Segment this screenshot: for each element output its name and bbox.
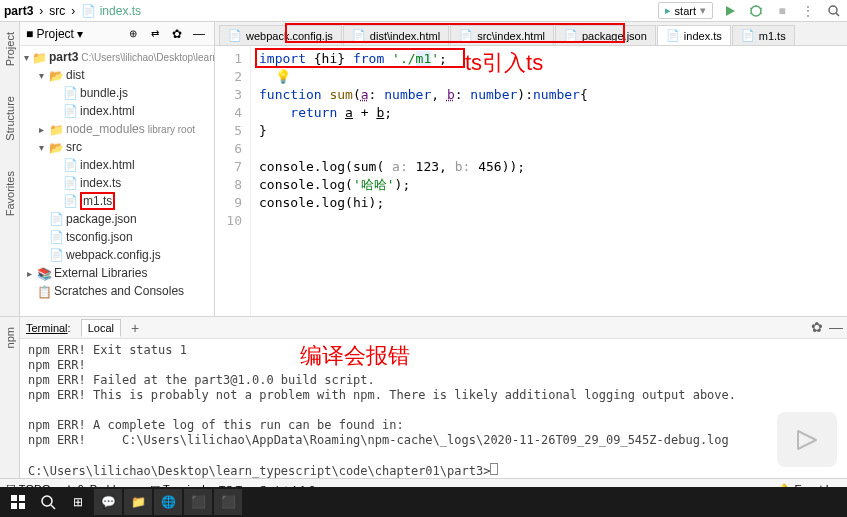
svg-rect-5 <box>19 503 25 509</box>
project-tree[interactable]: ▾📁part3 C:\Users\lilichao\Desktop\learn_… <box>20 46 214 302</box>
editor-tabs: 📄webpack.config.js 📄dist\index.html 📄src… <box>215 22 847 46</box>
run-icon[interactable] <box>721 2 739 20</box>
search-icon[interactable] <box>825 2 843 20</box>
selected-file: m1.ts <box>80 192 115 210</box>
structure-toolwindow-tab[interactable]: Structure <box>4 96 16 141</box>
editor-tab[interactable]: 📄dist\index.html <box>343 25 449 45</box>
app-icon[interactable]: ⬛ <box>214 489 242 515</box>
svg-point-0 <box>751 6 761 16</box>
project-dropdown[interactable]: ■ Project ▾ <box>26 27 83 41</box>
windows-start-icon[interactable] <box>4 489 32 515</box>
svg-rect-3 <box>19 495 25 501</box>
app-icon[interactable]: 📁 <box>124 489 152 515</box>
editor-tab[interactable]: 📄package.json <box>555 25 656 45</box>
breadcrumb-part[interactable]: part3 <box>4 4 33 18</box>
favorites-toolwindow-tab[interactable]: Favorites <box>4 171 16 216</box>
editor-tab[interactable]: 📄webpack.config.js <box>219 25 342 45</box>
editor-panel: 📄webpack.config.js 📄dist\index.html 📄src… <box>215 22 847 316</box>
more-icon[interactable]: ⋮ <box>799 2 817 20</box>
svg-point-1 <box>829 6 837 14</box>
svg-rect-4 <box>11 503 17 509</box>
breadcrumb-file[interactable]: 📄 index.ts <box>81 4 141 18</box>
svg-point-6 <box>42 496 52 506</box>
project-toolwindow-tab[interactable]: Project <box>4 32 16 66</box>
search-icon[interactable] <box>34 489 62 515</box>
terminal-tab-local[interactable]: Local <box>81 319 121 337</box>
terminal-panel: npm Terminal: Local + ✿ — 编译会报错 npm ERR!… <box>0 316 847 478</box>
expand-icon[interactable]: ⇄ <box>146 25 164 43</box>
chevron-right-icon: › <box>71 4 75 18</box>
debug-icon[interactable] <box>747 2 765 20</box>
hide-icon[interactable]: — <box>190 25 208 43</box>
terminal-output[interactable]: npm ERR! Exit status 1 npm ERR! npm ERR!… <box>20 339 847 478</box>
gear-icon[interactable]: ✿ <box>168 25 186 43</box>
app-icon[interactable]: 🌐 <box>154 489 182 515</box>
chevron-right-icon: › <box>39 4 43 18</box>
code-content[interactable]: import {hi} from './m1'; 💡 function sum(… <box>251 46 588 316</box>
gutter: 12345678910 <box>215 46 251 316</box>
breadcrumb-bar: part3 › src › 📄 index.ts ▸start▾ ■ ⋮ <box>0 0 847 22</box>
project-panel: ■ Project ▾ ⊕ ⇄ ✿ — ▾📁part3 C:\Users\lil… <box>20 22 215 316</box>
editor-tab[interactable]: 📄m1.ts <box>732 25 795 45</box>
stop-icon[interactable]: ■ <box>773 2 791 20</box>
code-editor[interactable]: ts引入ts 12345678910 import {hi} from './m… <box>215 46 847 316</box>
play-icon <box>792 427 822 453</box>
app-icon[interactable]: 💬 <box>94 489 122 515</box>
svg-rect-2 <box>11 495 17 501</box>
left-toolwindow-tabs: Project Structure Favorites <box>0 22 20 316</box>
npm-toolwindow-tab[interactable]: npm <box>4 327 16 348</box>
editor-tab[interactable]: 📄src\index.html <box>450 25 554 45</box>
gear-icon[interactable]: ✿ <box>811 319 823 335</box>
run-config-dropdown[interactable]: ▸start▾ <box>658 2 713 19</box>
collapse-icon[interactable]: ⊕ <box>124 25 142 43</box>
app-icon[interactable]: ⬛ <box>184 489 212 515</box>
taskbar: ⊞ 💬 📁 🌐 ⬛ ⬛ <box>0 487 847 517</box>
taskview-icon[interactable]: ⊞ <box>64 489 92 515</box>
overlay-widget[interactable] <box>777 412 837 467</box>
terminal-tab-label: Terminal: <box>26 322 71 334</box>
terminal-tabs: Terminal: Local + ✿ — <box>20 317 847 339</box>
breadcrumb-part[interactable]: src <box>49 4 65 18</box>
editor-tab-active[interactable]: 📄index.ts <box>657 25 731 45</box>
hide-icon[interactable]: — <box>829 319 843 335</box>
add-terminal-icon[interactable]: + <box>131 320 139 336</box>
